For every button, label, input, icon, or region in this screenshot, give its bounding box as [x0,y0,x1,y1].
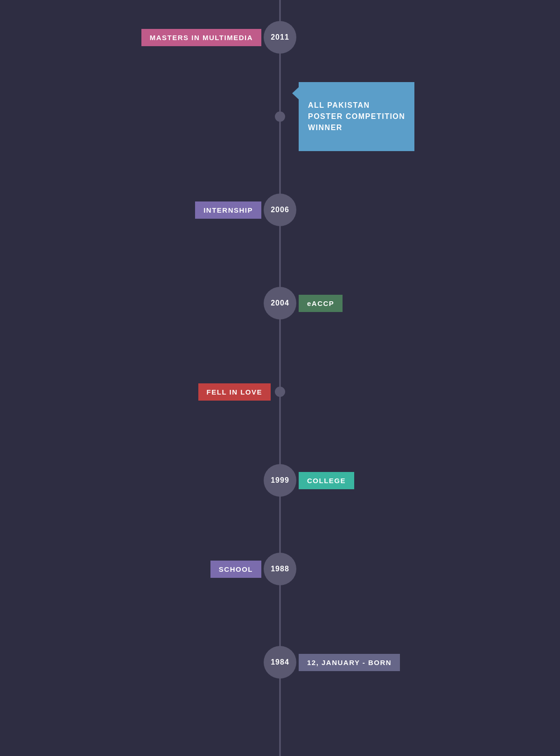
timeline-node-2004: 2004 [264,287,296,319]
label-masters: MASTERS IN MULTIMEDIA [141,29,261,46]
year-2006: 2006 [271,206,289,214]
year-1988: 1988 [271,565,289,573]
year-2004: 2004 [271,299,289,307]
label-school: SCHOOL [210,561,261,578]
label-born: 12, JANUARY - BORN [299,654,400,671]
timeline-node-love [275,387,285,397]
year-2011: 2011 [271,33,289,42]
year-1999: 1999 [271,476,289,485]
label-internship: INTERNSHIP [195,201,261,219]
year-1984: 1984 [271,658,289,666]
timeline-node-poster [275,111,285,122]
timeline-node-1988: 1988 [264,553,296,585]
timeline-container: 2011 MASTERS IN MULTIMEDIA ALL PAKISTAN … [0,0,560,756]
label-poster: ALL PAKISTAN POSTER COMPETITION WINNER [299,82,414,151]
timeline-node-2006: 2006 [264,194,296,226]
label-eaccp: eACCP [299,295,343,312]
label-college: COLLEGE [299,472,354,489]
timeline-node-1984: 1984 [264,646,296,679]
timeline-node-1999: 1999 [264,464,296,497]
timeline-node-2011: 2011 [264,21,296,54]
label-love: FELL IN LOVE [198,383,271,401]
